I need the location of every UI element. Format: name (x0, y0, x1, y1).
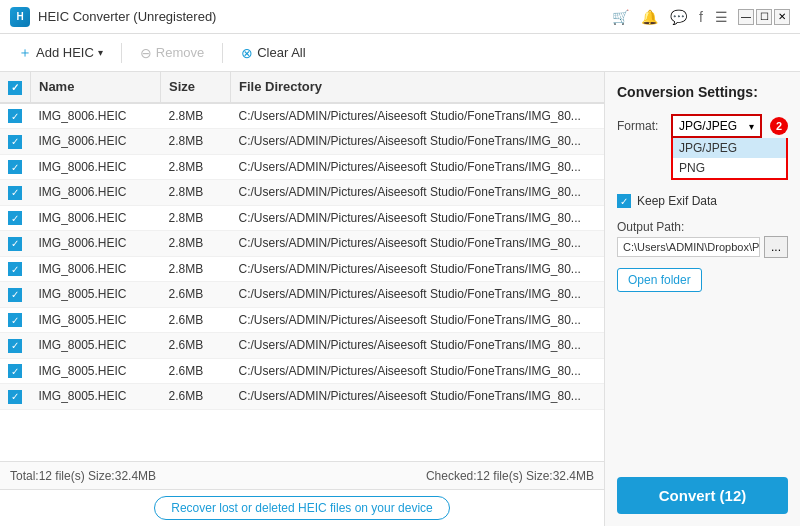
table-row: ✓ IMG_8006.HEIC 2.8MB C:/Users/ADMIN/Pic… (0, 256, 604, 282)
row-size: 2.6MB (161, 358, 231, 384)
file-rows: ✓ IMG_8006.HEIC 2.8MB C:/Users/ADMIN/Pic… (0, 103, 604, 410)
remove-button[interactable]: ⊖ Remove (132, 42, 212, 64)
row-dir: C:/Users/ADMIN/Pictures/Aiseesoft Studio… (231, 129, 605, 155)
clear-all-button[interactable]: ⊗ Clear All (233, 42, 313, 64)
row-checkbox[interactable]: ✓ (0, 358, 31, 384)
row-dir: C:/Users/ADMIN/Pictures/Aiseesoft Studio… (231, 307, 605, 333)
row-size: 2.8MB (161, 205, 231, 231)
clear-icon: ⊗ (241, 45, 253, 61)
row-size: 2.8MB (161, 154, 231, 180)
total-status: Total:12 file(s) Size:32.4MB (10, 469, 156, 483)
separator (222, 43, 223, 63)
format-dropdown-container: JPG/JPEG ▾ (671, 114, 762, 138)
row-name: IMG_8006.HEIC (31, 256, 161, 282)
table-row: ✓ IMG_8005.HEIC 2.6MB C:/Users/ADMIN/Pic… (0, 307, 604, 333)
app-logo: H (10, 7, 30, 27)
table-row: ✓ IMG_8005.HEIC 2.6MB C:/Users/ADMIN/Pic… (0, 384, 604, 410)
title-bar: H HEIC Converter (Unregistered) 🛒 🔔 💬 f … (0, 0, 800, 34)
row-name: IMG_8006.HEIC (31, 129, 161, 155)
table-row: ✓ IMG_8006.HEIC 2.8MB C:/Users/ADMIN/Pic… (0, 129, 604, 155)
row-dir: C:/Users/ADMIN/Pictures/Aiseesoft Studio… (231, 333, 605, 359)
recovery-button[interactable]: Recover lost or deleted HEIC files on yo… (154, 496, 449, 520)
row-size: 2.8MB (161, 231, 231, 257)
cart-icon[interactable]: 🛒 (612, 9, 629, 25)
row-dir: C:/Users/ADMIN/Pictures/Aiseesoft Studio… (231, 180, 605, 206)
minimize-button[interactable]: — (738, 9, 754, 25)
right-panel: Conversion Settings: Format: JPG/JPEG ▾ … (605, 72, 800, 526)
option-jpg[interactable]: JPG/JPEG (673, 138, 786, 158)
row-checkbox[interactable]: ✓ (0, 333, 31, 359)
chat-icon[interactable]: 💬 (670, 9, 687, 25)
open-folder-button[interactable]: Open folder (617, 268, 702, 292)
row-dir: C:/Users/ADMIN/Pictures/Aiseesoft Studio… (231, 154, 605, 180)
format-row: Format: JPG/JPEG ▾ 2 (617, 114, 788, 138)
row-name: IMG_8006.HEIC (31, 231, 161, 257)
row-checkbox[interactable]: ✓ (0, 180, 31, 206)
row-dir: C:/Users/ADMIN/Pictures/Aiseesoft Studio… (231, 358, 605, 384)
table-row: ✓ IMG_8005.HEIC 2.6MB C:/Users/ADMIN/Pic… (0, 358, 604, 384)
convert-button[interactable]: Convert (12) (617, 477, 788, 514)
row-checkbox[interactable]: ✓ (0, 256, 31, 282)
select-all-checkbox[interactable]: ✓ (8, 81, 22, 95)
row-name: IMG_8006.HEIC (31, 103, 161, 129)
col-name: Name (31, 72, 161, 103)
row-checkbox[interactable]: ✓ (0, 154, 31, 180)
table-row: ✓ IMG_8005.HEIC 2.6MB C:/Users/ADMIN/Pic… (0, 333, 604, 359)
row-checkbox[interactable]: ✓ (0, 307, 31, 333)
file-table[interactable]: ✓ Name Size File Directory ✓ IMG_8006.HE… (0, 72, 604, 461)
row-checkbox[interactable]: ✓ (0, 231, 31, 257)
row-checkbox[interactable]: ✓ (0, 129, 31, 155)
dropdown-arrow-icon: ▾ (98, 47, 103, 58)
keep-exif-row: ✓ Keep Exif Data (617, 194, 788, 208)
option-png[interactable]: PNG (673, 158, 786, 178)
row-dir: C:/Users/ADMIN/Pictures/Aiseesoft Studio… (231, 384, 605, 410)
facebook-icon[interactable]: f (699, 9, 703, 25)
col-checkbox: ✓ (0, 72, 31, 103)
step-badge: 2 (770, 117, 788, 135)
settings-title: Conversion Settings: (617, 84, 788, 100)
table-row: ✓ IMG_8006.HEIC 2.8MB C:/Users/ADMIN/Pic… (0, 154, 604, 180)
table-row: ✓ IMG_8006.HEIC 2.8MB C:/Users/ADMIN/Pic… (0, 231, 604, 257)
recovery-bar: Recover lost or deleted HEIC files on yo… (0, 489, 604, 526)
add-heic-button[interactable]: ＋ Add HEIC ▾ (10, 41, 111, 65)
row-name: IMG_8005.HEIC (31, 358, 161, 384)
row-name: IMG_8005.HEIC (31, 282, 161, 308)
title-bar-icons: 🛒 🔔 💬 f ☰ (612, 9, 728, 25)
output-path-row: C:\Users\ADMIN\Dropbox\PC\ ... (617, 236, 788, 258)
maximize-button[interactable]: ☐ (756, 9, 772, 25)
row-size: 2.6MB (161, 333, 231, 359)
files-table: ✓ Name Size File Directory ✓ IMG_8006.HE… (0, 72, 604, 410)
row-checkbox[interactable]: ✓ (0, 205, 31, 231)
checked-status: Checked:12 file(s) Size:32.4MB (426, 469, 594, 483)
format-selected-value: JPG/JPEG (679, 119, 749, 133)
separator (121, 43, 122, 63)
row-name: IMG_8005.HEIC (31, 307, 161, 333)
row-size: 2.8MB (161, 129, 231, 155)
row-checkbox[interactable]: ✓ (0, 282, 31, 308)
window-controls: — ☐ ✕ (738, 9, 790, 25)
table-row: ✓ IMG_8006.HEIC 2.8MB C:/Users/ADMIN/Pic… (0, 180, 604, 206)
row-dir: C:/Users/ADMIN/Pictures/Aiseesoft Studio… (231, 103, 605, 129)
table-header-row: ✓ Name Size File Directory (0, 72, 604, 103)
row-dir: C:/Users/ADMIN/Pictures/Aiseesoft Studio… (231, 282, 605, 308)
row-size: 2.6MB (161, 307, 231, 333)
row-size: 2.8MB (161, 180, 231, 206)
row-checkbox[interactable]: ✓ (0, 103, 31, 129)
row-name: IMG_8005.HEIC (31, 333, 161, 359)
row-name: IMG_8006.HEIC (31, 205, 161, 231)
bell-icon[interactable]: 🔔 (641, 9, 658, 25)
dropdown-options: JPG/JPEG PNG (671, 138, 788, 180)
browse-button[interactable]: ... (764, 236, 788, 258)
row-checkbox[interactable]: ✓ (0, 384, 31, 410)
file-panel: ✓ Name Size File Directory ✓ IMG_8006.HE… (0, 72, 605, 526)
row-name: IMG_8005.HEIC (31, 384, 161, 410)
keep-exif-checkbox[interactable]: ✓ (617, 194, 631, 208)
menu-icon[interactable]: ☰ (715, 9, 728, 25)
row-name: IMG_8006.HEIC (31, 154, 161, 180)
row-dir: C:/Users/ADMIN/Pictures/Aiseesoft Studio… (231, 205, 605, 231)
close-button[interactable]: ✕ (774, 9, 790, 25)
format-dropdown-list: JPG/JPEG PNG (671, 138, 788, 180)
col-size: Size (161, 72, 231, 103)
col-dir: File Directory (231, 72, 605, 103)
format-dropdown-selected[interactable]: JPG/JPEG ▾ (671, 114, 762, 138)
